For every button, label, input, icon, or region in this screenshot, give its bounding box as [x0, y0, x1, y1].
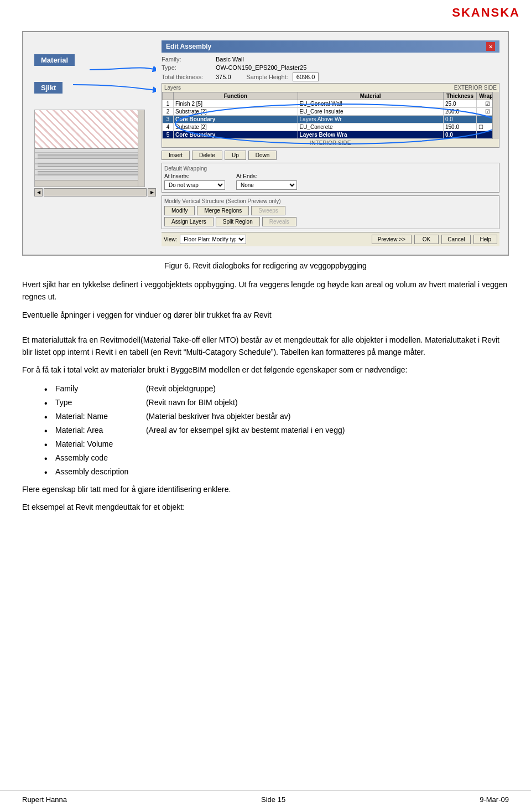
row-num: 2: [163, 108, 174, 116]
row-function: Substrate [2]: [174, 108, 298, 116]
scroll-right-btn[interactable]: ▶: [148, 188, 156, 196]
row-thickness: 25.0: [444, 100, 477, 108]
col-num: [163, 92, 174, 100]
para2: Eventuelle åpninger i veggen for vinduer…: [22, 311, 272, 319]
row-function: Substrate [2]: [174, 123, 298, 131]
para-final-1: Flere egenskap blir tatt med for å gjøre…: [22, 483, 509, 495]
row-num: 4: [163, 123, 174, 131]
merge-regions-button[interactable]: Merge Regions: [197, 206, 249, 215]
sjikt-arrow-svg: [29, 74, 156, 107]
split-region-button[interactable]: Split Region: [216, 217, 260, 226]
main-content: Material Sjikt: [0, 25, 531, 514]
list-item: Material: Name (Material beskriver hva o…: [44, 411, 509, 422]
modify-section-title: Modify Vertical Structure (Section Previ…: [164, 198, 497, 204]
left-panel: Material Sjikt: [29, 38, 156, 249]
row-function: Core Boundary: [174, 131, 298, 139]
wrapping-controls: At Inserts: Do not wrap At Ends: None: [164, 173, 497, 190]
modify-section: Modify Vertical Structure (Section Previ…: [162, 195, 499, 229]
bullet-label-assembly-code: Assembly code: [55, 453, 108, 462]
row-num: 3: [163, 116, 174, 123]
at-ends-col: At Ends: None: [236, 173, 297, 190]
delete-button[interactable]: Delete: [192, 151, 222, 160]
row-thickness: 150.0: [444, 123, 477, 131]
bullet-desc-type: (Revit navn for BIM objekt): [146, 398, 238, 407]
help-button[interactable]: Help: [473, 235, 497, 244]
modify-btn-row1: Modify Merge Regions Sweeps: [164, 206, 497, 215]
insert-button[interactable]: Insert: [162, 151, 190, 160]
thickness-value: 375.0: [216, 74, 231, 80]
bullet-desc-family: (Revit objektgruppe): [146, 384, 216, 393]
bullet-label-family: Family: [55, 383, 144, 395]
table-row[interactable]: 3 Core Boundary Layers Above Wr 0.0: [163, 116, 499, 123]
bullet-label-matvol: Material: Volume: [55, 439, 113, 448]
bullet-label-type: Type: [55, 397, 144, 408]
row-num: 5: [163, 131, 174, 139]
at-ends-select[interactable]: None: [236, 180, 297, 190]
row-thickness: 0.0: [444, 116, 477, 123]
header: SKANSKA: [0, 0, 531, 25]
dialog-footer: View: Floor Plan: Modify typ Preview >> …: [162, 232, 499, 246]
footer-page: Side 15: [261, 795, 285, 804]
thickness-row: Total thickness: 375.0 Sample Height: 60…: [162, 73, 499, 81]
layers-section: Layers EXTERIOR SIDE Function Material T…: [162, 83, 499, 148]
body-text-final: Flere egenskap blir tatt med for å gjøre…: [22, 483, 509, 514]
scroll-left-btn[interactable]: ◀: [34, 188, 43, 196]
table-row[interactable]: 1 Finish 2 [5] EU_General Wall 25.0 ☑: [163, 100, 499, 108]
down-button[interactable]: Down: [248, 151, 277, 160]
bullet-desc-matname: (Material beskriver hva objekter består …: [146, 412, 290, 421]
reveals-button[interactable]: Reveals: [262, 217, 296, 226]
preview-button[interactable]: Preview >>: [372, 235, 412, 244]
bullet-label-matarea: Material: Area: [55, 425, 144, 436]
at-ends-label: At Ends:: [236, 173, 297, 179]
bullet-label-matname: Material: Name: [55, 411, 144, 422]
scroll-track: [44, 188, 147, 196]
family-value: Basic Wall: [216, 56, 244, 63]
type-label: Type:: [162, 64, 211, 71]
at-inserts-select[interactable]: Do not wrap: [164, 180, 225, 190]
at-inserts-label: At Inserts:: [164, 173, 225, 179]
bullet-label-assembly-desc: Assembly description: [55, 467, 128, 476]
para5: Tabellen kan formatteres på mange måter.: [280, 348, 425, 356]
table-row[interactable]: 5 Core Boundary Layers Below Wra 0.0: [163, 131, 499, 139]
dialog-container: Material Sjikt: [22, 31, 509, 256]
dialog-title: Edit Assembly: [166, 43, 211, 50]
col-material: Material: [298, 92, 443, 100]
table-row[interactable]: 4 Substrate [2] EU_Concrete 150.0 ☐: [163, 123, 499, 131]
dialog-close-button[interactable]: ✕: [486, 42, 495, 51]
ok-button[interactable]: OK: [414, 235, 439, 244]
layer-action-buttons: Insert Delete Up Down: [162, 151, 499, 160]
list-item: Material: Volume: [44, 438, 509, 450]
list-item: Assembly description: [44, 466, 509, 478]
table-row[interactable]: 2 Substrate [2] EU_Core Insulate 200.0 ☑: [163, 108, 499, 116]
layers-title: Layers: [164, 85, 181, 91]
view-select[interactable]: Floor Plan: Modify typ: [180, 235, 246, 244]
sweeps-button[interactable]: Sweeps: [251, 206, 285, 215]
exterior-side-label: EXTERIOR SIDE: [454, 85, 497, 91]
view-label: View:: [164, 236, 177, 242]
preview-scrollbar[interactable]: [138, 110, 144, 187]
col-function: Function: [174, 92, 298, 100]
row-material: EU_Core Insulate: [298, 108, 443, 116]
paragraph-2-3: Eventuelle åpninger i veggen for vinduer…: [22, 309, 509, 359]
family-label: Family:: [162, 56, 211, 63]
thickness-label: Total thickness:: [162, 74, 211, 80]
layers-table: Function Material Thickness Wraps 1 Fini…: [162, 92, 499, 139]
list-item: Material: Area (Areal av for eksempel sj…: [44, 425, 509, 436]
dialog-titlebar: Edit Assembly ✕: [162, 40, 499, 53]
skanska-logo: SKANSKA: [452, 6, 520, 20]
footer-date: 9-Mar-09: [480, 795, 509, 804]
cancel-button[interactable]: Cancel: [441, 235, 471, 244]
up-button[interactable]: Up: [225, 151, 246, 160]
layers-scrollbar[interactable]: [492, 92, 499, 139]
row-material: Layers Above Wr: [298, 116, 443, 123]
list-item: Family (Revit objektgruppe): [44, 383, 509, 395]
layers-header: Layers EXTERIOR SIDE: [162, 84, 499, 92]
page-footer: Rupert Hanna Side 15 9-Mar-09: [0, 790, 531, 804]
wall-layer-1: [35, 110, 144, 149]
preview-scrollbar-h[interactable]: [35, 180, 138, 187]
row-thickness: 200.0: [444, 108, 477, 116]
row-function: Finish 2 [5]: [174, 100, 298, 108]
modify-button[interactable]: Modify: [164, 206, 195, 215]
assign-layers-button[interactable]: Assign Layers: [164, 217, 214, 226]
wall-preview: [34, 110, 145, 187]
